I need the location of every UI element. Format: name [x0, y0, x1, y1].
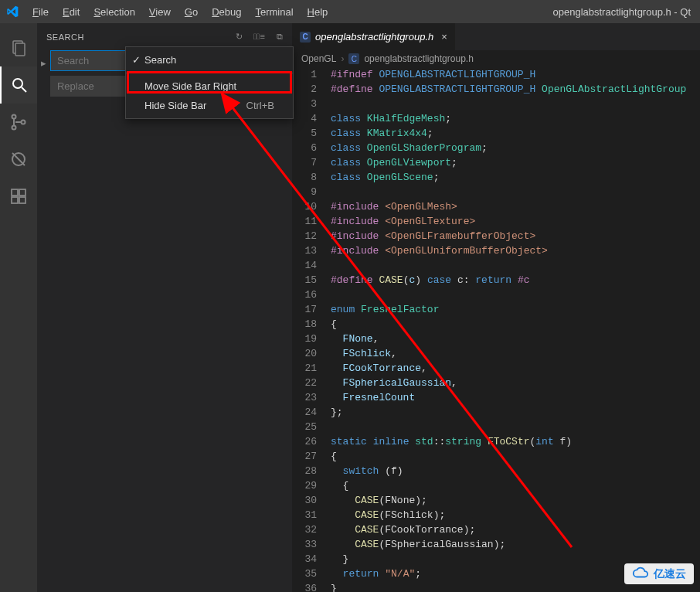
- svg-rect-12: [19, 197, 25, 203]
- chevron-right-icon: ›: [341, 53, 344, 64]
- menu-help[interactable]: Help: [301, 3, 335, 21]
- editor-group: C openglabstractlightgroup.h × OpenGL › …: [292, 23, 700, 592]
- menu-bar: FileEditSelectionViewGoDebugTerminalHelp: [26, 3, 334, 21]
- explorer-icon[interactable]: [0, 29, 37, 66]
- editor-tab[interactable]: C openglabstractlightgroup.h ×: [292, 23, 456, 50]
- svg-rect-10: [19, 189, 25, 196]
- svg-rect-1: [15, 43, 25, 56]
- menu-edit[interactable]: Edit: [56, 3, 86, 21]
- close-tab-icon[interactable]: ×: [441, 31, 447, 43]
- collapse-icon[interactable]: ⧉: [277, 32, 284, 42]
- debug-icon[interactable]: [0, 141, 37, 178]
- c-file-icon: C: [300, 32, 311, 43]
- watermark-text: 亿速云: [654, 567, 686, 581]
- source-control-icon[interactable]: [0, 104, 37, 141]
- context-menu: SearchMove Side Bar RightHide Side BarCt…: [125, 46, 294, 119]
- menu-file[interactable]: File: [26, 3, 55, 21]
- refresh-icon[interactable]: ↻: [236, 32, 243, 42]
- clear-icon[interactable]: �⃒≡: [253, 32, 265, 42]
- extensions-icon[interactable]: [0, 178, 37, 215]
- title-bar: FileEditSelectionViewGoDebugTerminalHelp…: [0, 0, 700, 23]
- breadcrumb-segment[interactable]: openglabstractlightgroup.h: [364, 53, 473, 64]
- svg-rect-9: [12, 189, 18, 196]
- svg-point-5: [12, 126, 16, 130]
- ctx-hide-side-bar[interactable]: Hide Side BarCtrl+B: [126, 96, 293, 115]
- svg-rect-11: [12, 197, 18, 203]
- search-icon[interactable]: [0, 66, 37, 104]
- editor-tabs: C openglabstractlightgroup.h ×: [292, 23, 700, 50]
- code-editor[interactable]: 1234567891011121314151617181920212223242…: [292, 67, 700, 592]
- code-content[interactable]: #ifndef OPENGLABSTRACTLIGHTGROUP_H#defin…: [331, 67, 700, 592]
- line-number-gutter: 1234567891011121314151617181920212223242…: [292, 67, 331, 592]
- svg-point-2: [13, 79, 22, 88]
- watermark: 亿速云: [624, 563, 694, 584]
- menu-go[interactable]: Go: [178, 3, 204, 21]
- svg-point-4: [12, 115, 16, 119]
- ctx-search[interactable]: Search: [126, 50, 293, 70]
- menu-selection[interactable]: Selection: [87, 3, 141, 21]
- c-file-icon: C: [348, 53, 359, 64]
- breadcrumb[interactable]: OpenGL › C openglabstractlightgroup.h: [292, 50, 700, 67]
- svg-line-3: [22, 87, 26, 92]
- activity-bar: [0, 23, 37, 592]
- svg-point-6: [22, 121, 25, 124]
- ctx-move-side-bar-right[interactable]: Move Side Bar Right: [126, 77, 293, 96]
- menu-terminal[interactable]: Terminal: [249, 3, 299, 21]
- sidebar-title: SEARCH: [46, 32, 84, 42]
- cloud-icon: [632, 566, 649, 581]
- tab-filename: openglabstractlightgroup.h: [315, 31, 433, 43]
- window-title: openglabstractlightgroup.h - Qt: [334, 6, 694, 18]
- breadcrumb-segment[interactable]: OpenGL: [301, 53, 336, 64]
- toggle-replace-icon[interactable]: ▸: [37, 57, 50, 69]
- menu-debug[interactable]: Debug: [206, 3, 247, 21]
- menu-view[interactable]: View: [143, 3, 177, 21]
- vscode-logo-icon: [6, 5, 19, 18]
